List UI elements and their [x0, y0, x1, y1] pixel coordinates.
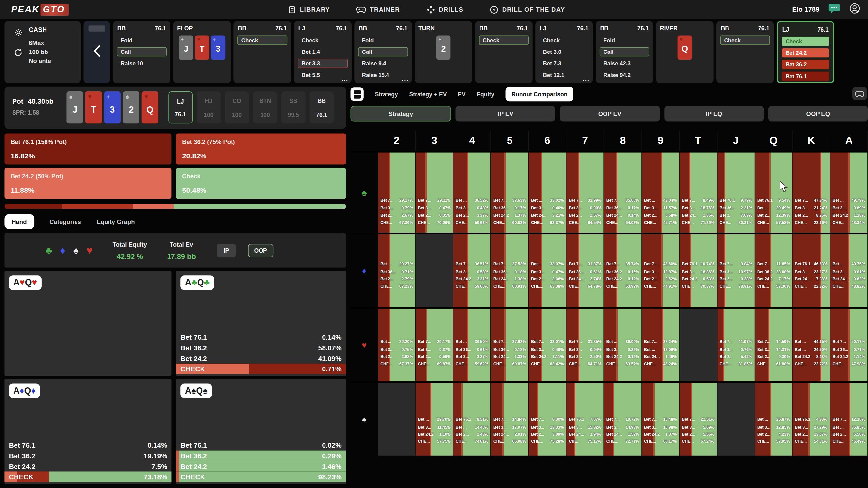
action-check[interactable]: Check	[238, 35, 287, 45]
action-bet-24-2[interactable]: Bet 24.2	[782, 48, 829, 58]
nav-item-library[interactable]: LIBRARY	[288, 5, 330, 13]
action-check[interactable]: Check	[298, 35, 348, 45]
matrix-cell-4d[interactable]: Bet 7...36.51%Bet 3...0.58%Bet 24.23.31%…	[454, 234, 491, 307]
action-call[interactable]: Call	[599, 47, 649, 57]
matrix-cell-4h[interactable]: Bet ...36.50%Bet 36...0.61%Bet 2...3.27%…	[454, 309, 491, 381]
matrix-cell-5d[interactable]: Bet 7...37.53%Bet 36...0.18%Bet 24...1.3…	[491, 234, 529, 307]
chat-icon[interactable]	[828, 3, 840, 16]
action-fold[interactable]: Fold	[358, 35, 408, 45]
matrix-cell-2c[interactable]: Bet 7...29.17%Bet 3...0.79%Bet 2...2.67%…	[378, 152, 415, 233]
matrix-cell-5s[interactable]: Bet 7...14.84%Bet 3...17.07%Bet 24...2.0…	[491, 383, 529, 456]
matrix-cell-Kh[interactable]: Bet ...44.65%Bet ...24.50%Bet 24.28.13%C…	[793, 309, 830, 381]
action-raise-9-4[interactable]: Raise 9.4	[358, 59, 408, 68]
matrix-cell-Jh[interactable]: Bet 7...11.97%Bet 3...0.76%Bet 2...5.42%…	[717, 309, 755, 381]
matrix-cell-8s[interactable]: Bet 7...10.72%Bet 3...14.98%Bet 24...1.5…	[604, 383, 642, 456]
app-logo[interactable]: PEAK GTO	[11, 4, 69, 15]
action-check[interactable]: Check	[479, 35, 529, 45]
action-bet-5-5[interactable]: Bet 5.5	[298, 70, 348, 80]
action-bet-76-1[interactable]: Bet 76.1	[782, 71, 829, 81]
matrix-cell-5h[interactable]: Bet 7...37.62%Bet 36...0.18%Bet 24...1.3…	[491, 309, 529, 381]
tab-categories[interactable]: Categories	[50, 218, 81, 225]
nav-item-drill-of-the-day[interactable]: DRILL OF THE DAY	[490, 5, 565, 13]
action-check[interactable]: Check	[539, 35, 589, 45]
matrix-cell-Jc[interactable]: Bet 76.19.79%Bet 36...2.21%Bet 2...7.69%…	[717, 152, 755, 233]
hand-panel-AcQc[interactable]: A♣Q♣Bet 76.10.14%Bet 36.258.07%Bet 24.24…	[176, 271, 346, 376]
spade-icon[interactable]: ♠	[73, 244, 79, 257]
split-view-icon[interactable]	[350, 87, 364, 101]
collapse-history-button[interactable]	[84, 21, 110, 83]
matrix-cell-Td[interactable]: Bet 76.110.74%Bet 3...18.36%Bet 24.20.53…	[680, 234, 717, 307]
mode-button-strategy[interactable]: Strategy	[350, 106, 452, 121]
strategy-option-bet761158pot[interactable]: Bet 76.1 (158% Pot)16.82%	[4, 134, 172, 165]
matrix-cell-Ac[interactable]: Bet ...49.79%Bet 3...0.69%Bet 24.21.18%C…	[830, 152, 868, 233]
matrix-cell-7h[interactable]: Bet 7...31.85%Bet 3...0.94%Bet 2...2.50%…	[566, 309, 604, 381]
matrix-cell-8d[interactable]: Bet 7...35.74%Bet 36.20.15%Bet 24.20.12%…	[604, 234, 642, 307]
strategy-option-check[interactable]: Check50.48%	[176, 168, 346, 199]
hand-panel-AhQh[interactable]: A♥Q♥	[4, 271, 172, 376]
gear-icon[interactable]	[13, 28, 23, 39]
action-raise-15-4[interactable]: Raise 15.4	[358, 70, 408, 80]
strategy-option-bet36275pot[interactable]: Bet 36.2 (75% Pot)20.82%	[176, 134, 346, 165]
matrix-cell-As[interactable]: Bet 7...12.16%Bet ...35.85%Bet 2...5.50%…	[830, 383, 868, 456]
more-actions-indicator[interactable]: ...	[402, 75, 408, 82]
oop-button[interactable]: OOP	[248, 244, 273, 257]
action-bet-12-1[interactable]: Bet 12.1	[539, 70, 589, 80]
mode-button-oop-ev[interactable]: OOP EV	[560, 106, 659, 121]
more-actions-indicator[interactable]: ...	[583, 75, 589, 82]
matrix-cell-2d[interactable]: Bet ...29.27%Bet 36...0.71%Bet 2...2.79%…	[378, 234, 415, 307]
view-tab-runout-comparison[interactable]: Runout Comparison	[505, 87, 574, 102]
position-tab-hj[interactable]: HJ100	[196, 91, 221, 123]
matrix-cell-Ts[interactable]: Bet 7...21.51%Bet 3...5.69%Bet 2...5.56%…	[680, 383, 717, 456]
more-actions-indicator[interactable]: ...	[341, 75, 348, 82]
position-tab-lj[interactable]: LJ76.1	[168, 91, 193, 123]
view-tab-equity[interactable]: Equity	[476, 91, 494, 97]
action-check[interactable]: Check	[782, 37, 829, 46]
matrix-cell-8h[interactable]: Bet ...36.09%Bet 3...0.22%Bet 24.20.12%C…	[604, 309, 642, 381]
matrix-cell-6c[interactable]: Bet ...33.02%Bet 3...0.40%Bet 24...3.21%…	[529, 152, 566, 233]
view-tab-ev[interactable]: EV	[458, 91, 466, 97]
view-tab-strategy[interactable]: Strategy	[375, 91, 398, 97]
position-tab-bb[interactable]: BB76.1	[309, 91, 334, 123]
action-bet-3-3[interactable]: Bet 3.3	[298, 59, 348, 68]
tab-equity-graph[interactable]: Equity Graph	[97, 218, 135, 225]
nav-item-drills[interactable]: DRILLS	[426, 5, 463, 13]
matrix-cell-Kc[interactable]: Bet 7...47.84%Bet 3...21.24%Bet 2...8.26…	[793, 152, 830, 233]
hand-panel-AdQd[interactable]: A♦Q♦Bet 76.10.14%Bet 36.219.19%Bet 24.27…	[4, 379, 172, 484]
matrix-cell-Kd[interactable]: Bet 76.146.63%Bet 3...23.17%Bet 24...7.3…	[793, 234, 830, 307]
matrix-cell-6s[interactable]: Bet 7...8.30%Bet 3...13.33%Bet 2...3.09%…	[529, 383, 566, 456]
matrix-cell-7d[interactable]: Bet 7...31.87%Bet 36...0.61%Bet 24...2.7…	[566, 234, 604, 307]
matrix-cell-9s[interactable]: Bet 7...15.48%Bet 3...16.98%Bet 24.21.37…	[642, 383, 679, 456]
position-tab-co[interactable]: CO100	[225, 91, 249, 123]
matrix-cell-Ah[interactable]: Bet 7...50.17%Bet 36...0.71%Bet 24.21.14…	[830, 309, 868, 381]
matrix-cell-6d[interactable]: Bet ...33.07%Bet 3...0.47%Bet 2...3.08%C…	[529, 234, 566, 307]
refresh-icon[interactable]	[14, 48, 23, 59]
matrix-cell-5c[interactable]: Bet 7...37.63%Bet 36...0.17%Bet 24.21.37…	[491, 152, 529, 233]
action-bet-3-0[interactable]: Bet 3.0	[539, 47, 589, 57]
action-fold[interactable]: Fold	[599, 35, 649, 45]
matrix-cell-8c[interactable]: Bet 7...35.66%Bet 36...0.17%Bet 24...0.1…	[604, 152, 642, 233]
matrix-cell-3h[interactable]: Bet 7...29.17%Bet 3...0.37%Bet 2...0.59%…	[416, 309, 454, 381]
hand-panel-AsQs[interactable]: A♠Q♠Bet 76.10.02%Bet 36.20.29%Bet 24.21.…	[176, 379, 346, 484]
action-fold[interactable]: Fold	[117, 35, 166, 45]
matrix-cell-7s[interactable]: Bet 76.17.07%Bet 3...15.82%Bet 24...1.94…	[566, 383, 604, 456]
matrix-cell-7c[interactable]: Bet 7...31.99%Bet 3...0.90%Bet 2...2.57%…	[566, 152, 604, 233]
action-bet-36-2[interactable]: Bet 36.2	[782, 60, 829, 69]
matrix-cell-9c[interactable]: Bet ...42.04%Bet 3...11.57%Bet 2...0.68%…	[642, 152, 679, 233]
mode-button-oop-eq[interactable]: OOP EQ	[768, 106, 868, 121]
action-raise-42-3[interactable]: Raise 42.3	[599, 59, 649, 68]
club-icon[interactable]: ♣	[45, 244, 53, 257]
matrix-cell-3s[interactable]: Bet ...29.70%Bet 3...11.45%Bet 24.21.10%…	[416, 383, 454, 456]
matrix-cell-4c[interactable]: Bet ...36.52%Bet 3...0.48%Bet 2...3.37%C…	[454, 152, 491, 233]
matrix-cell-Tc[interactable]: Bet 7...8.49%Bet 3...18.76%Bet 24...1.36…	[680, 152, 717, 233]
heart-icon[interactable]: ♥	[86, 244, 93, 257]
matrix-cell-6h[interactable]: Bet 7...33.01%Bet 3...0.46%Bet 24.23.11%…	[529, 309, 566, 381]
matrix-cell-9h[interactable]: Bet 7...37.24%Bet ...18.06%Bet 24...1.46…	[642, 309, 679, 381]
trainer-shortcut-icon[interactable]	[852, 87, 867, 101]
position-tab-btn[interactable]: BTN100	[253, 91, 277, 123]
action-check[interactable]: Check	[720, 35, 770, 45]
matrix-cell-4s[interactable]: Bet 76.18.51%Bet ...14.40%Bet 2...2.48%C…	[454, 383, 491, 456]
matrix-cell-Ad[interactable]: Bet ...49.75%Bet 3...0.81%Bet 24...0.62%…	[830, 234, 868, 307]
matrix-cell-Ks[interactable]: Bet 76.14.83%Bet 3...27.29%Bet 2...13.57…	[793, 383, 830, 456]
action-call[interactable]: Call	[117, 47, 166, 57]
matrix-cell-Qh[interactable]: Bet 7...14.59%Bet 3...14.31%Bet 2...9.30…	[755, 309, 793, 381]
